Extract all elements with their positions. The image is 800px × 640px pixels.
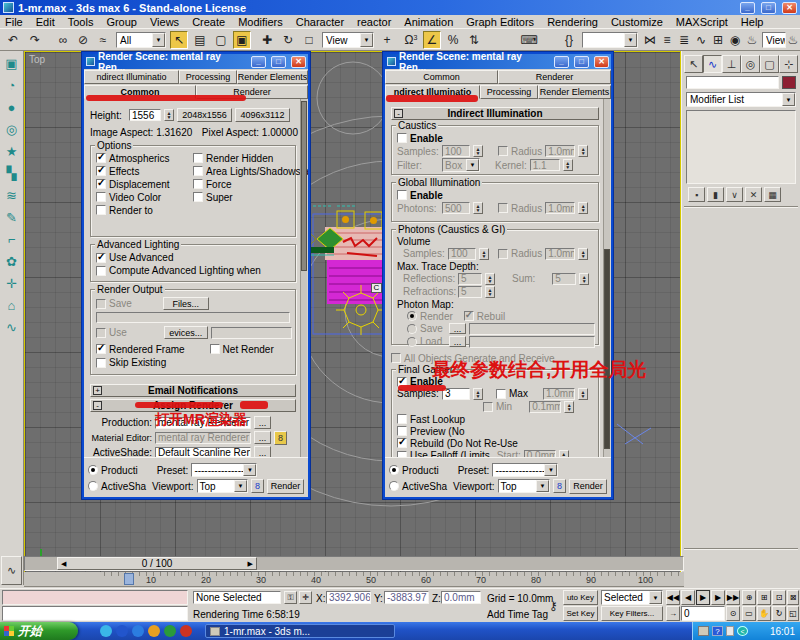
render-button[interactable]: Render <box>569 479 607 494</box>
tray-help-icon[interactable]: ? <box>712 626 723 636</box>
redo-icon[interactable]: ↷ <box>26 31 44 49</box>
dialog-minimize-button[interactable]: _ <box>251 56 266 68</box>
atmospherics-checkbox[interactable] <box>96 153 106 163</box>
next-frame-arrow-icon[interactable]: ▶ <box>248 560 253 568</box>
render-hidden-checkbox[interactable] <box>193 153 203 163</box>
viewport-dropdown[interactable]: Top <box>498 479 551 493</box>
tool-star-icon[interactable]: ★ <box>2 142 22 161</box>
menu-animation[interactable]: Animation <box>404 16 453 28</box>
quicklaunch-media-icon[interactable] <box>100 625 112 637</box>
use-falloff-checkbox[interactable] <box>397 451 407 458</box>
prev-frame-arrow-icon[interactable]: ◀ <box>61 560 66 568</box>
tray-update-icon[interactable] <box>726 626 734 636</box>
undo-icon[interactable]: ↶ <box>4 31 22 49</box>
current-frame-field[interactable]: 0 <box>681 606 725 621</box>
maxscript-mini-listener-pink[interactable] <box>2 590 188 605</box>
preset-4096-button[interactable]: 4096x3112 <box>235 108 290 122</box>
add-time-tag[interactable]: Add Time Tag <box>487 609 548 620</box>
tool-springs-icon[interactable]: ≋ <box>2 186 22 205</box>
preset-2048-button[interactable]: 2048x1556 <box>177 108 232 122</box>
pin-stack-icon[interactable]: ▪ <box>688 187 705 202</box>
menu-help[interactable]: Help <box>741 16 764 28</box>
menu-modifiers[interactable]: Modifiers <box>238 16 283 28</box>
caustics-enable-checkbox[interactable] <box>397 133 407 143</box>
dialog-maximize-button[interactable]: □ <box>574 56 589 68</box>
menu-views[interactable]: Views <box>150 16 179 28</box>
production-radio[interactable] <box>389 465 399 475</box>
previous-frame-icon[interactable]: ◀ <box>681 590 695 605</box>
samples-field[interactable]: 3 <box>442 388 470 400</box>
edit-named-selections-icon[interactable]: {} <box>560 31 578 49</box>
keyboard-shortcut-override-icon[interactable]: ⌨ <box>520 31 538 49</box>
dropdown-arrow-icon[interactable] <box>544 464 557 476</box>
angle-snap-icon[interactable]: ∠ <box>423 31 441 49</box>
viewport-dropdown[interactable]: Top <box>197 479 248 493</box>
zoom-icon[interactable]: ⊕ <box>742 590 756 605</box>
quicklaunch-max-icon[interactable] <box>180 625 192 637</box>
preset-dropdown[interactable]: ------------------ <box>191 463 257 477</box>
tool-camera-icon[interactable]: ⌂ <box>2 296 22 315</box>
dialog-title-bar[interactable]: Render Scene: mental ray Ren... _ □ ✕ <box>84 54 308 69</box>
snap-toggle-icon[interactable]: Ω3 <box>402 31 420 49</box>
dropdown-arrow-icon[interactable] <box>649 591 662 604</box>
tool-compound-icon[interactable]: ▚ <box>2 164 22 183</box>
tab-display-icon[interactable]: ▢ <box>760 55 779 73</box>
minimize-button[interactable]: _ <box>740 2 755 14</box>
tool-spindle-icon[interactable]: ◎ <box>2 120 22 139</box>
menu-group[interactable]: Group <box>106 16 137 28</box>
maxscript-mini-listener-white[interactable] <box>2 606 188 621</box>
key-filters-button[interactable]: Key Filters... <box>601 606 663 621</box>
quicklaunch-desktop-icon[interactable] <box>164 625 176 637</box>
height-field[interactable]: 1556 <box>129 109 161 121</box>
quicklaunch-mail-icon[interactable] <box>148 625 160 637</box>
align-icon[interactable]: ≡ <box>658 31 676 49</box>
min-max-toggle-icon[interactable]: ◱ <box>787 606 799 621</box>
dropdown-arrow-icon[interactable] <box>234 480 247 492</box>
select-by-name-icon[interactable]: ▤ <box>191 31 209 49</box>
set-keys-icon[interactable]: ⚷ <box>545 591 562 621</box>
selection-lock-icon[interactable]: ⚿ <box>284 591 297 604</box>
quicklaunch-ie-icon[interactable] <box>132 625 144 637</box>
dialog-close-button[interactable]: ✕ <box>291 56 306 68</box>
remove-modifier-icon[interactable]: ✕ <box>745 187 762 202</box>
key-mode-toggle-icon[interactable]: → <box>666 606 680 621</box>
tab-motion-icon[interactable]: ◎ <box>741 55 760 73</box>
dropdown-arrow-icon[interactable] <box>360 33 373 47</box>
named-selection-sets-dropdown[interactable] <box>582 32 638 48</box>
rectangular-selection-region-icon[interactable]: ▢ <box>212 31 230 49</box>
indirect-illumination-rollup[interactable]: - Indirect Illumination <box>391 107 599 120</box>
next-frame-icon[interactable]: ▶ <box>711 590 725 605</box>
maximize-button[interactable]: □ <box>761 2 776 14</box>
menu-create[interactable]: Create <box>192 16 225 28</box>
fast-lookup-checkbox[interactable] <box>397 414 407 424</box>
zoom-all-icon[interactable]: ⊞ <box>757 590 771 605</box>
tab-common[interactable]: Common <box>385 70 498 84</box>
video-color-checkbox[interactable] <box>96 192 106 202</box>
menu-rendering[interactable]: Rendering <box>547 16 598 28</box>
schematic-view-icon[interactable]: ⊞ <box>709 31 727 49</box>
curve-editor-icon[interactable]: ∿ <box>692 31 710 49</box>
activeshade-radio[interactable] <box>389 481 399 491</box>
dropdown-arrow-icon[interactable] <box>152 33 165 47</box>
tool-shapes-icon[interactable]: ◔ <box>2 76 22 95</box>
dialog-maximize-button[interactable]: □ <box>271 56 286 68</box>
viewport-lock-icon[interactable]: 8 <box>553 479 566 493</box>
percent-snap-icon[interactable]: % <box>444 31 462 49</box>
key-selection-dropdown[interactable]: Selected <box>601 590 663 605</box>
select-object-icon[interactable]: ↖ <box>170 31 188 49</box>
tab-render-elements[interactable]: Render Elements <box>237 70 308 84</box>
y-coordinate-field[interactable]: -3883.97 <box>384 591 429 604</box>
menu-reactor[interactable]: reactor <box>357 16 391 28</box>
render-type-dropdown[interactable]: View <box>762 32 786 48</box>
dropdown-arrow-icon[interactable] <box>243 464 256 476</box>
open-mini-curve-editor-button[interactable]: ∿ <box>1 556 22 585</box>
selection-filter-dropdown[interactable]: All <box>116 32 166 48</box>
dialog-title-bar[interactable]: Render Scene: mental ray Ren... _ □ ✕ <box>385 54 611 69</box>
menu-maxscript[interactable]: MAXScript <box>676 16 728 28</box>
menu-file[interactable]: File <box>5 16 23 28</box>
spinner-snap-icon[interactable]: ⇅ <box>465 31 483 49</box>
arc-rotate-icon[interactable]: ↻ <box>772 606 786 621</box>
height-spinner[interactable] <box>164 109 174 121</box>
dialog-scrollbar[interactable] <box>603 99 610 457</box>
play-animation-icon[interactable]: ▶ <box>696 590 710 605</box>
